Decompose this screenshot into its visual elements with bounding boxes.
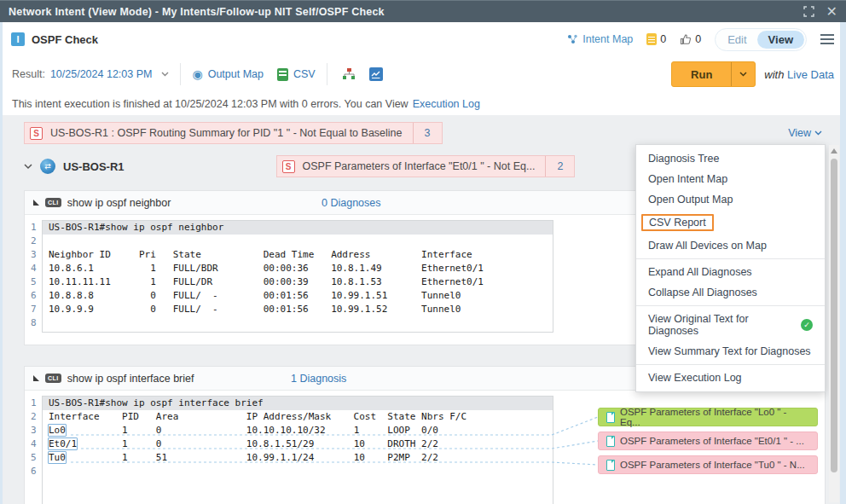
line-number: 2 xyxy=(31,410,42,424)
menu-item-label: View Execution Log xyxy=(648,372,742,384)
result-selector[interactable]: Result: 10/25/2024 12:03 PM xyxy=(12,68,169,80)
edit-view-toggle: Edit View xyxy=(715,28,807,51)
highlighted-token[interactable]: Tu0 xyxy=(48,451,67,464)
diagnosis-tree-button[interactable] xyxy=(339,65,359,84)
run-dropdown-button[interactable] xyxy=(731,61,755,87)
command-label: show ip ospf neighbor xyxy=(67,197,171,209)
collapse-chevron-icon[interactable] xyxy=(24,164,32,170)
diagnosis-doc-icon xyxy=(606,412,615,423)
code-line: Et0/1 1 0 10.8.1.51/29 10 DROTH 2/2 xyxy=(43,437,553,451)
highlighted-token[interactable]: Et0/1 xyxy=(48,437,78,450)
view-menu: Diagnosis TreeOpen Intent MapOpen Output… xyxy=(635,144,826,392)
title-bar: Network Intent (View Mode) - My Intents/… xyxy=(0,0,846,22)
toolbar-divider xyxy=(327,63,327,85)
line-number: 6 xyxy=(31,289,42,303)
vertical-scrollbar[interactable] xyxy=(829,145,839,502)
with-label: with xyxy=(764,68,784,81)
menu-item[interactable]: Open Intent Map xyxy=(636,169,825,189)
intent-map-button[interactable]: Intent Map xyxy=(567,33,633,45)
menu-item[interactable]: CSV Report xyxy=(636,210,825,235)
menu-item-label: Diagnosis Tree xyxy=(648,153,719,165)
dialog-right-edge xyxy=(840,22,846,504)
menu-item[interactable]: Draw All Devices on Map xyxy=(636,235,825,256)
page-title: OSPF Check xyxy=(32,33,98,46)
cli-output[interactable]: US-BOS-R1#show ip ospf neighborNeighbor … xyxy=(42,220,553,333)
menu-icon[interactable] xyxy=(820,34,834,44)
cli-output[interactable]: US-BOS-R1#show ip ospf interface briefIn… xyxy=(42,396,553,504)
diagnoses-link[interactable]: 0 Diagnoses xyxy=(322,197,381,209)
menu-item[interactable]: Open Output Map xyxy=(636,189,825,210)
diagnoses-link[interactable]: 1 Diagnosis xyxy=(291,373,346,385)
status-text: This intent execution is finished at 10/… xyxy=(12,98,409,110)
diagnosis-chip[interactable]: OSPF Parameters of Interface "Tu0 " - N.… xyxy=(598,455,818,474)
expand-triangle-icon[interactable] xyxy=(33,375,39,381)
fullscreen-icon[interactable] xyxy=(803,6,814,17)
execution-log-link[interactable]: Execution Log xyxy=(413,98,480,110)
tab-view[interactable]: View xyxy=(757,31,804,49)
code-line: 10.9.9.9 0 FULL/ - 00:01:56 10.99.1.52 T… xyxy=(43,303,553,316)
expand-triangle-icon[interactable] xyxy=(33,200,39,206)
output-map-button[interactable]: ◉ Output Map xyxy=(192,68,264,80)
scrollbar-thumb[interactable] xyxy=(831,159,837,472)
menu-item[interactable]: Expand All Diagnoses xyxy=(636,262,825,282)
line-number: 7 xyxy=(31,303,42,316)
intent-icon: I xyxy=(11,32,25,46)
alert-text: US-BOS-R1 : OSPF Routing Summary for PID… xyxy=(43,127,413,139)
diagnosis-chip-label: OSPF Parameters of Interface "Et0/1 " - … xyxy=(620,436,804,446)
eye-icon: ◉ xyxy=(192,68,202,80)
menu-item-label: View Summary Text for Diagnoses xyxy=(648,345,811,357)
close-icon[interactable]: ✕ xyxy=(826,5,837,19)
chevron-down-icon xyxy=(161,72,169,77)
csv-button[interactable]: CSV xyxy=(277,68,316,81)
likes-button[interactable]: 0 xyxy=(680,33,701,45)
line-number: 4 xyxy=(31,262,42,275)
highlighted-token[interactable]: Lo0 xyxy=(48,424,67,437)
toolbar-divider xyxy=(180,63,181,85)
line-number: 8 xyxy=(31,316,42,330)
diagnosis-chip[interactable]: OSPF Parameters of Interface "Et0/1 " - … xyxy=(598,432,818,450)
notes-button[interactable]: 0 xyxy=(646,33,666,45)
thumbs-up-icon xyxy=(680,33,692,45)
tab-edit[interactable]: Edit xyxy=(717,33,756,46)
line-number-gutter: 12345678 xyxy=(25,220,42,333)
diagnosis-chip-label: OSPF Parameters of Interface "Lo0 " - Eq… xyxy=(620,407,809,427)
line-number: 1 xyxy=(31,221,42,235)
menu-divider xyxy=(636,305,825,306)
menu-item[interactable]: Diagnosis Tree xyxy=(636,148,825,169)
run-button[interactable]: Run xyxy=(671,61,756,87)
menu-item[interactable]: View Original Text for Diagnoses✓ xyxy=(636,309,825,341)
alert-text: OSPF Parameters of Interface "Et0/1 " - … xyxy=(295,160,546,172)
result-value: 10/25/2024 12:03 PM xyxy=(50,68,153,80)
menu-item[interactable]: View Summary Text for Diagnoses xyxy=(636,341,825,362)
diagnosis-chips: OSPF Parameters of Interface "Lo0 " - Eq… xyxy=(598,408,818,474)
line-number: 1 xyxy=(31,397,42,410)
chart-view-button[interactable] xyxy=(366,65,386,84)
menu-item-highlight-box: CSV Report xyxy=(641,214,714,231)
note-icon xyxy=(646,33,657,45)
device-icon xyxy=(40,159,55,174)
code-line: Neighbor ID Pri State Dead Time Address … xyxy=(43,248,553,262)
view-dropdown-button[interactable]: View xyxy=(788,127,826,139)
line-number: 4 xyxy=(31,437,42,451)
severity-icon: S xyxy=(30,127,43,140)
diagnosis-chip[interactable]: OSPF Parameters of Interface "Lo0 " - Eq… xyxy=(598,408,818,426)
alert-count: 2 xyxy=(545,156,574,177)
device-alert[interactable]: S OSPF Parameters of Interface "Et0/1 " … xyxy=(276,155,576,177)
line-number: 3 xyxy=(31,248,42,262)
line-number-gutter: 123456 xyxy=(25,396,42,504)
menu-item[interactable]: Collapse All Diagnoses xyxy=(636,282,825,303)
scroll-up-icon[interactable] xyxy=(831,148,837,154)
line-number: 6 xyxy=(31,465,42,478)
diagnosis-doc-icon xyxy=(606,460,615,471)
menu-item[interactable]: View Execution Log xyxy=(636,368,825,388)
live-data-link[interactable]: Live Data xyxy=(787,68,834,81)
diagnosis-tree-icon xyxy=(342,67,356,81)
chevron-down-icon xyxy=(814,130,822,136)
command-label: show ip ospf interface brief xyxy=(67,373,194,385)
device-name: US-BOS-R1 xyxy=(63,160,125,173)
code-line xyxy=(43,316,553,330)
summary-alert[interactable]: S US-BOS-R1 : OSPF Routing Summary for P… xyxy=(24,122,443,144)
dialog-left-edge xyxy=(0,22,3,504)
network-intent-dialog: Network Intent (View Mode) - My Intents/… xyxy=(0,0,846,504)
code-line: Tu0 1 51 10.99.1.1/24 10 P2MP 2/2 xyxy=(43,451,553,465)
